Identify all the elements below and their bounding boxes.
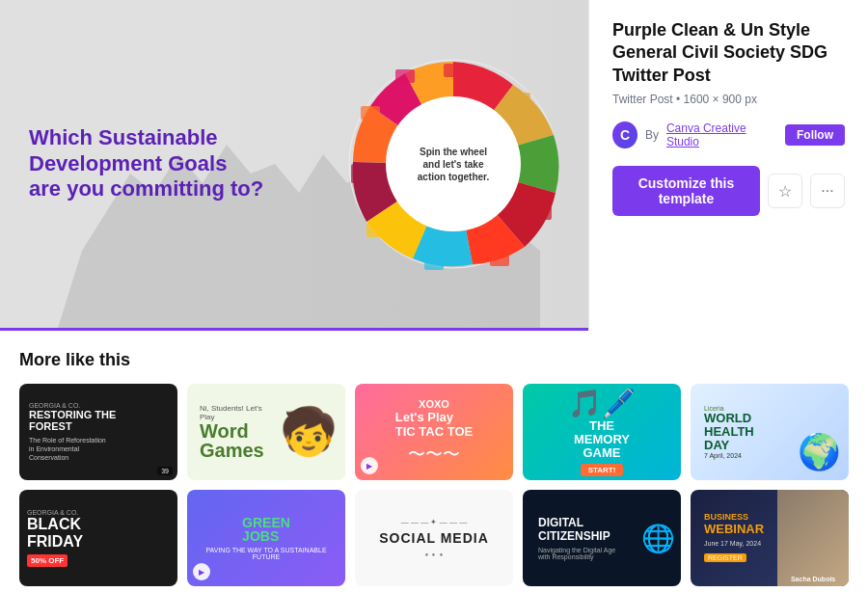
- web-person-photo: Sacha Dubois: [777, 490, 849, 586]
- info-panel: Purple Clean & Un Style General Civil So…: [588, 0, 868, 331]
- card-health[interactable]: Liceria WORLDHEALTHDAY 7 April, 2024 🌍: [691, 384, 849, 480]
- word-figure: 🧒: [280, 409, 338, 455]
- top-section: Which Sustainable Development Goals are …: [0, 0, 868, 331]
- card-socialmedia[interactable]: — — — ✦ — — — SOCIAL MEDIA ⬥ ⬥ ⬥: [355, 490, 513, 586]
- bf-off: 50% OFF: [27, 554, 68, 567]
- main-container: Which Sustainable Development Goals are …: [0, 0, 868, 592]
- card-health-inner: Liceria WORLDHEALTHDAY 7 April, 2024 🌍: [691, 384, 849, 480]
- card-memory[interactable]: 🎵🖊️ THEMEMORYGAME START!: [523, 384, 681, 480]
- star-button[interactable]: ☆: [768, 174, 802, 208]
- template-title: Purple Clean & Un Style General Civil So…: [612, 19, 845, 87]
- svg-rect-11: [395, 69, 415, 83]
- tictac-title: Let's PlayTIC TAC TOE: [395, 410, 473, 439]
- card-webinar-inner: BUSINESS WEBINAR June 17 May, 2024 REGIS…: [691, 490, 849, 586]
- action-row: Customize this template ☆ ···: [612, 166, 845, 216]
- more-options-button[interactable]: ···: [810, 174, 845, 208]
- memory-icons: 🎵🖊️: [568, 388, 636, 419]
- tictac-wave: 〜〜〜: [408, 443, 460, 466]
- sm-bottom: ⬥ ⬥ ⬥: [424, 550, 443, 558]
- memory-start-btn[interactable]: START!: [581, 464, 624, 476]
- author-row: C By Canva Creative Studio Follow: [612, 121, 845, 148]
- author-avatar: C: [612, 121, 637, 148]
- preview-left: Which Sustainable Development Goals are …: [29, 125, 263, 202]
- forest-sub: The Role of Reforestationin Environmenta…: [29, 436, 106, 462]
- web-label: BUSINESS: [704, 512, 778, 522]
- card-webinar[interactable]: BUSINESS WEBINAR June 17 May, 2024 REGIS…: [691, 490, 849, 586]
- cards-row-1: GEORGIA & CO. RESTORING THEFOREST The Ro…: [19, 384, 849, 480]
- card-tictac[interactable]: XOXO Let's PlayTIC TAC TOE 〜〜〜 ▶: [355, 384, 513, 480]
- forest-badge: 39: [157, 467, 173, 475]
- more-icon: ···: [821, 182, 833, 200]
- sdg-wheel: Spin the wheel and let's take action tog…: [347, 58, 559, 270]
- word-games-title: WordGames: [200, 421, 267, 460]
- memory-title: THEMEMORYGAME: [574, 419, 630, 461]
- svg-rect-3: [511, 93, 530, 106]
- gj-play-icon[interactable]: ▶: [193, 563, 210, 580]
- author-by-label: By: [645, 128, 659, 142]
- forest-title: RESTORING THEFOREST: [29, 409, 116, 432]
- web-register-btn[interactable]: REGISTER: [704, 553, 746, 562]
- bf-title: BLACKFRIDAY: [27, 516, 83, 551]
- svg-rect-8: [366, 224, 386, 237]
- web-title: WEBINAR: [704, 522, 778, 536]
- svg-rect-9: [351, 164, 365, 183]
- more-section-title: More like this: [19, 350, 849, 370]
- digital-icon: 🌐: [641, 523, 675, 554]
- svg-rect-4: [542, 145, 556, 164]
- sm-title: SOCIAL MEDIA: [379, 530, 489, 546]
- card-word-games[interactable]: Ni, Students! Let's Play WordGames 🧒: [187, 384, 345, 480]
- svg-rect-6: [490, 253, 509, 266]
- cards-grid: GEORGIA & CO. RESTORING THEFOREST The Ro…: [19, 384, 849, 586]
- preview-content: Which Sustainable Development Goals are …: [0, 0, 588, 328]
- svg-rect-10: [361, 106, 380, 120]
- word-intro: Ni, Students! Let's Play: [200, 404, 267, 421]
- forest-label: GEORGIA & CO.: [29, 402, 80, 409]
- card-forest-inner: GEORGIA & CO. RESTORING THEFOREST The Ro…: [19, 384, 177, 480]
- card-word-inner: Ni, Students! Let's Play WordGames 🧒: [187, 384, 345, 480]
- card-tictac-inner: XOXO Let's PlayTIC TAC TOE 〜〜〜: [355, 384, 513, 480]
- follow-button[interactable]: Follow: [785, 124, 845, 146]
- card-forest[interactable]: GEORGIA & CO. RESTORING THEFOREST The Ro…: [19, 384, 177, 480]
- cards-row-2: GEORGIA & CO. BLACKFRIDAY 50% OFF GREENJ…: [19, 490, 849, 586]
- card-socialmedia-inner: — — — ✦ — — — SOCIAL MEDIA ⬥ ⬥ ⬥: [355, 490, 513, 586]
- gj-sub: PAVING THE WAY TO A SUSTAINABLE FUTURE: [195, 547, 338, 560]
- tictac-play-icon[interactable]: ▶: [361, 457, 378, 474]
- health-globe-icon: 🌍: [798, 432, 841, 472]
- star-icon: ☆: [778, 182, 792, 201]
- gj-title: GREENJOBS: [242, 516, 290, 543]
- author-name-link[interactable]: Canva Creative Studio: [666, 121, 773, 148]
- preview-title: Which Sustainable Development Goals are …: [29, 125, 263, 202]
- preview-area: Which Sustainable Development Goals are …: [0, 0, 588, 331]
- card-greenjobs-inner: GREENJOBS PAVING THE WAY TO A SUSTAINABL…: [187, 490, 345, 586]
- wheel-center-text: Spin the wheel and let's take action tog…: [400, 111, 506, 217]
- svg-rect-5: [532, 206, 552, 220]
- card-digital[interactable]: DIGITALCITIZENSHIP Navigating the Digita…: [523, 490, 681, 586]
- template-subtitle: Twitter Post • 1600 × 900 px: [612, 93, 845, 106]
- web-person-name: Sacha Dubois: [791, 576, 835, 582]
- card-memory-inner: 🎵🖊️ THEMEMORYGAME START!: [523, 384, 681, 480]
- sm-topbar: — — — ✦ — — —: [401, 518, 467, 526]
- web-date: June 17 May, 2024: [704, 540, 778, 547]
- card-blackfriday[interactable]: GEORGIA & CO. BLACKFRIDAY 50% OFF: [19, 490, 177, 586]
- card-blackfriday-inner: GEORGIA & CO. BLACKFRIDAY 50% OFF: [19, 490, 177, 586]
- svg-rect-7: [424, 256, 444, 270]
- svg-rect-2: [444, 64, 463, 77]
- more-like-this-section: More like this GEORGIA & CO. RESTORING T…: [0, 331, 868, 592]
- bf-brand: GEORGIA & CO.: [27, 509, 78, 516]
- customize-button[interactable]: Customize this template: [612, 166, 760, 216]
- card-greenjobs[interactable]: GREENJOBS PAVING THE WAY TO A SUSTAINABL…: [187, 490, 345, 586]
- tictac-xoxo: XOXO: [419, 398, 449, 410]
